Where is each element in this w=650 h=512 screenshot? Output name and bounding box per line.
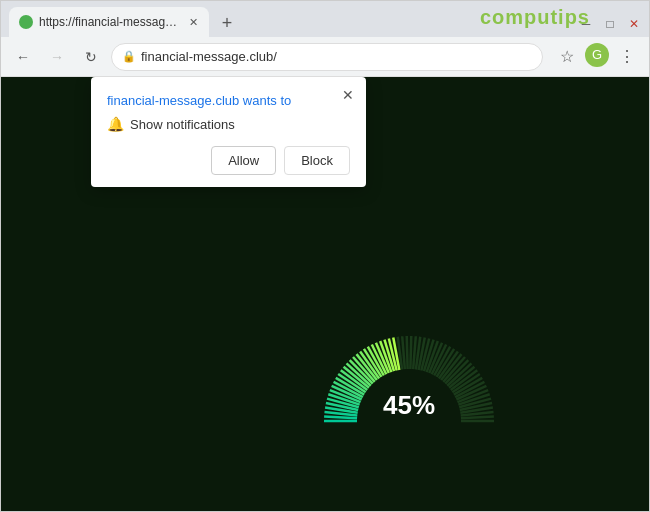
popup-notification-row: 🔔 Show notifications [107,116,350,132]
block-button[interactable]: Block [284,146,350,175]
address-bar[interactable]: 🔒 financial-message.club/ [111,43,543,71]
lock-icon: 🔒 [122,50,136,63]
menu-icon[interactable]: ⋮ [613,43,641,71]
page-progress-area: /* rendered in JS below */ 45% [309,291,529,471]
tab-favicon [19,15,33,29]
browser-content: ✕ financial-message.club wants to 🔔 Show… [1,77,649,511]
address-bar-row: ← → ↻ 🔒 financial-message.club/ ☆ G ⋮ [1,37,649,77]
toolbar-icons: ☆ G ⋮ [553,43,641,71]
popup-title: financial-message.club wants to [107,93,350,108]
close-button[interactable]: ✕ [625,15,643,33]
tab-title: https://financial-message.club/g/... [39,15,179,29]
restore-button[interactable]: □ [601,15,619,33]
tab-bar: https://financial-message.club/g/... ✕ +… [1,1,649,37]
url-text: financial-message.club/ [141,49,277,64]
new-tab-button[interactable]: + [213,9,241,37]
popup-buttons: Allow Block [107,146,350,175]
bookmark-star-icon[interactable]: ☆ [553,43,581,71]
notification-popup: ✕ financial-message.club wants to 🔔 Show… [91,77,366,187]
bell-icon: 🔔 [107,116,124,132]
popup-close-button[interactable]: ✕ [338,85,358,105]
tab-close-button[interactable]: ✕ [185,14,201,30]
progress-container: /* rendered in JS below */ 45% [309,291,509,471]
forward-button[interactable]: → [43,43,71,71]
computips-logo: computips [480,6,590,29]
popup-notification-text: Show notifications [130,117,235,132]
profile-icon[interactable]: G [585,43,609,67]
progress-label: 45% [309,390,509,421]
browser-window: https://financial-message.club/g/... ✕ +… [0,0,650,512]
active-tab[interactable]: https://financial-message.club/g/... ✕ [9,7,209,37]
allow-button[interactable]: Allow [211,146,276,175]
refresh-button[interactable]: ↻ [77,43,105,71]
back-button[interactable]: ← [9,43,37,71]
